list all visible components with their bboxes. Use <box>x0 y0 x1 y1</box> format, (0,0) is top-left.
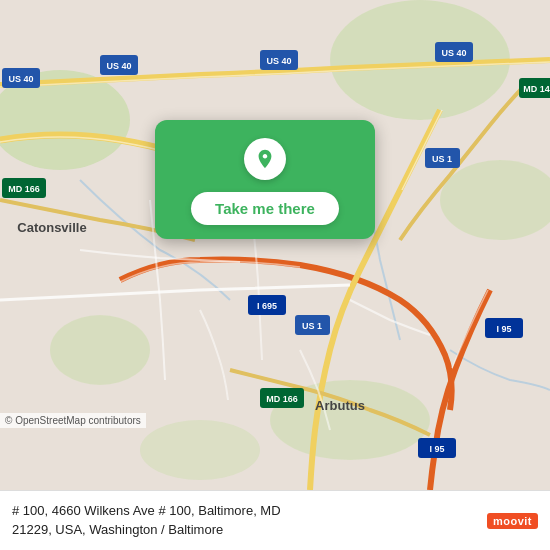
svg-text:US 1: US 1 <box>302 321 322 331</box>
svg-text:I 695: I 695 <box>257 301 277 311</box>
svg-text:US 40: US 40 <box>266 56 291 66</box>
location-pin-icon <box>244 138 286 180</box>
svg-text:US 40: US 40 <box>441 48 466 58</box>
svg-text:MD 166: MD 166 <box>266 394 298 404</box>
svg-point-6 <box>140 420 260 480</box>
svg-text:I 95: I 95 <box>496 324 511 334</box>
address-line2: 21229, USA, Washington / Baltimore <box>12 522 223 537</box>
osm-credit: © OpenStreetMap contributors <box>0 413 146 428</box>
svg-text:Arbutus: Arbutus <box>315 398 365 413</box>
moovit-logo: moovit <box>487 513 538 529</box>
osm-credit-text: © OpenStreetMap contributors <box>5 415 141 426</box>
info-bar: # 100, 4660 Wilkens Ave # 100, Baltimore… <box>0 490 550 550</box>
popup-card: Take me there <box>155 120 375 239</box>
svg-text:I 95: I 95 <box>429 444 444 454</box>
svg-text:Catonsville: Catonsville <box>17 220 86 235</box>
take-me-there-button[interactable]: Take me there <box>191 192 339 225</box>
svg-text:MD 144: MD 144 <box>523 84 550 94</box>
map-container: US 40 US 40 US 40 US 40 US 1 US 1 I 695 … <box>0 0 550 490</box>
svg-text:US 40: US 40 <box>8 74 33 84</box>
svg-text:US 1: US 1 <box>432 154 452 164</box>
moovit-logo-text: moovit <box>487 513 538 529</box>
svg-text:MD 166: MD 166 <box>8 184 40 194</box>
address-text: # 100, 4660 Wilkens Ave # 100, Baltimore… <box>12 502 477 538</box>
svg-text:US 40: US 40 <box>106 61 131 71</box>
svg-point-4 <box>50 315 150 385</box>
address-line1: # 100, 4660 Wilkens Ave # 100, Baltimore… <box>12 503 281 518</box>
